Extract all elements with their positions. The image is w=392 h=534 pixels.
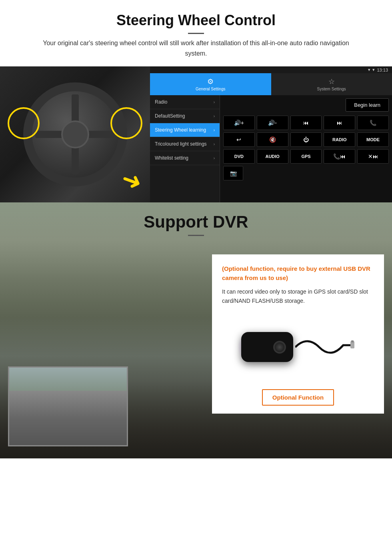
menu-item-steering-wheel[interactable]: Steering Wheel learning › [150, 123, 220, 137]
android-ui: ▾ ▾ 13:13 ⚙ General Settings ☆ System Se… [150, 66, 392, 202]
control-row-4: 📷 [223, 166, 389, 180]
statusbar-time: 13:13 [377, 68, 388, 72]
dvd-btn[interactable]: DVD [223, 149, 255, 164]
phone-btn[interactable]: 📞 [357, 116, 389, 130]
vol-down-btn[interactable]: 🔊- [257, 116, 288, 130]
camera-cable-assembly [295, 327, 355, 367]
thumb-road [9, 391, 127, 445]
steering-title: Steering Wheel Control [8, 12, 384, 29]
steering-header: Steering Wheel Control Your original car… [0, 0, 392, 62]
chevron-right-icon: › [214, 128, 215, 132]
chevron-right-icon: › [214, 100, 215, 104]
camera-btn[interactable]: 📷 [223, 166, 243, 180]
audio-btn[interactable]: AUDIO [257, 149, 288, 164]
menu-whitelist-label: Whitelist setting [155, 155, 188, 161]
menu-default-label: DefaultSetting [155, 113, 185, 119]
steering-buttons-panel: Begin learn 🔊+ 🔊- ⏮ ⏭ 📞 ↩ 🔇 ⏻ [220, 95, 392, 202]
general-settings-label: General Settings [196, 87, 226, 91]
mute-btn[interactable]: 🔇 [257, 132, 288, 147]
control-row-3: DVD AUDIO GPS 📞⏮ ✕⏭ [223, 149, 389, 164]
highlight-circle-left [8, 107, 40, 139]
next-btn[interactable]: ⏭ [324, 116, 355, 130]
wheel-hub [61, 120, 89, 148]
control-row-2: ↩ 🔇 ⏻ RADIO MODE [223, 132, 389, 147]
highlight-circle-right [110, 107, 142, 139]
control-row-1: 🔊+ 🔊- ⏮ ⏭ 📞 [223, 116, 389, 130]
vol-up-btn[interactable]: 🔊+ [223, 116, 255, 130]
menu-item-default[interactable]: DefaultSetting › [150, 109, 220, 123]
dvr-info-box: (Optional function, require to buy exter… [212, 254, 384, 414]
steering-demo: ➜ ▾ ▾ 13:13 ⚙ General Settings ☆ System … [0, 66, 392, 202]
tab-system-settings[interactable]: ☆ System Settings [271, 73, 392, 95]
dvr-thumbnail [8, 366, 128, 446]
steering-description: Your original car's steering wheel contr… [36, 38, 356, 58]
radio-btn[interactable]: RADIO [324, 132, 355, 147]
menu-radio-label: Radio [155, 99, 167, 105]
title-divider [188, 33, 204, 34]
system-icon: ☆ [328, 77, 335, 86]
signal-icon: ▾ [372, 67, 375, 72]
chevron-right-icon: › [214, 156, 215, 160]
dvr-title: Support DVR [8, 212, 384, 232]
menu-item-radio[interactable]: Radio › [150, 95, 220, 109]
svg-rect-1 [351, 340, 354, 342]
optional-function-button[interactable]: Optional Function [262, 389, 334, 406]
gps-btn[interactable]: GPS [290, 149, 322, 164]
mute-next-btn[interactable]: ✕⏭ [357, 149, 389, 164]
android-content: Radio › DefaultSetting › Steering Wheel … [150, 95, 392, 202]
camera-body [241, 332, 293, 362]
dvr-content: (Optional function, require to buy exter… [0, 254, 392, 446]
usb-cable-svg [295, 327, 355, 367]
dvr-optional-text: (Optional function, require to buy exter… [222, 264, 374, 282]
chevron-right-icon: › [214, 114, 215, 118]
system-settings-label: System Settings [317, 87, 346, 91]
gear-icon: ⚙ [207, 77, 214, 86]
camera-lens [273, 341, 286, 354]
wifi-icon: ▾ [368, 67, 370, 72]
android-statusbar: ▾ ▾ 13:13 [150, 66, 392, 73]
yellow-arrow-icon: ➜ [118, 164, 146, 197]
mode-btn[interactable]: MODE [357, 132, 389, 147]
begin-learn-row: Begin learn [223, 98, 389, 112]
steering-section: Steering Wheel Control Your original car… [0, 0, 392, 202]
power-btn[interactable]: ⏻ [290, 132, 322, 147]
back-btn[interactable]: ↩ [223, 132, 255, 147]
dvr-header: Support DVR [0, 202, 392, 242]
wheel-outer [23, 82, 127, 186]
dvr-title-divider [188, 235, 204, 236]
begin-learn-button[interactable]: Begin learn [346, 98, 389, 112]
menu-tricoloured-label: Tricoloured light settings [155, 141, 207, 147]
menu-item-tricoloured[interactable]: Tricoloured light settings › [150, 137, 220, 151]
menu-item-whitelist[interactable]: Whitelist setting › [150, 151, 220, 165]
dvr-camera-image [222, 311, 374, 383]
phone-prev-btn[interactable]: 📞⏮ [324, 149, 355, 164]
menu-steering-label: Steering Wheel learning [155, 127, 206, 133]
dvr-section: Support DVR (Optional function, require … [0, 202, 392, 458]
settings-menu: Radio › DefaultSetting › Steering Wheel … [150, 95, 220, 202]
prev-btn[interactable]: ⏮ [290, 116, 322, 130]
steering-photo: ➜ [0, 66, 150, 202]
chevron-right-icon: › [214, 142, 215, 146]
tab-general-settings[interactable]: ⚙ General Settings [150, 73, 271, 95]
android-tabs: ⚙ General Settings ☆ System Settings [150, 73, 392, 95]
dvr-description: It can record video only to storage in G… [222, 287, 374, 305]
